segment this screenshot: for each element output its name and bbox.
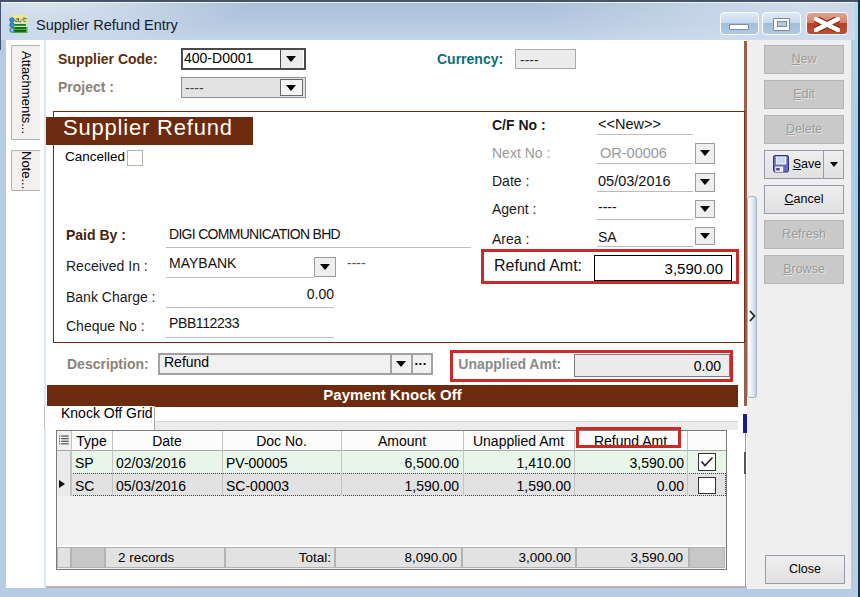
- svg-text:a,⁄c: a,⁄c: [15, 15, 27, 24]
